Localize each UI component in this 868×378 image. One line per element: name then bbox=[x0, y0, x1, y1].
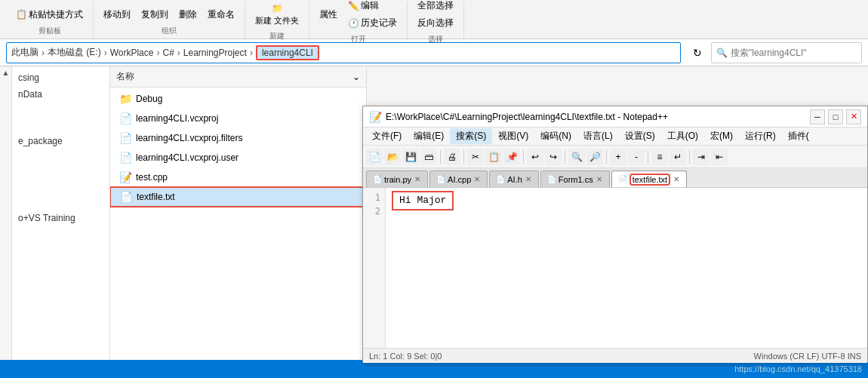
menu-plugin[interactable]: 插件( bbox=[782, 128, 815, 144]
search-input[interactable] bbox=[731, 48, 857, 58]
paste-shortcut-btn[interactable]: 📋 粘贴快捷方式 bbox=[12, 7, 87, 23]
minimize-btn[interactable]: ─ bbox=[810, 109, 825, 124]
new-file-btn[interactable]: 📄 bbox=[366, 149, 383, 165]
ribbon: 📋 粘贴快捷方式 剪贴板 移动到 复制到 删除 重命名 组织 📁 bbox=[0, 0, 868, 39]
tab-icon-train: 📄 bbox=[373, 175, 382, 183]
history-btn[interactable]: 🕐 历史记录 bbox=[344, 15, 401, 31]
nav-item-training[interactable]: o+VS Training bbox=[12, 210, 109, 226]
move-btn[interactable]: 移动到 bbox=[100, 7, 134, 23]
window-controls: ─ □ ✕ bbox=[810, 109, 861, 124]
history-icon: 🕐 bbox=[348, 18, 359, 29]
breadcrumb[interactable]: 此电脑 › 本地磁盘 (E:) › WorkPlace › C# › Learn… bbox=[6, 42, 681, 63]
menu-run[interactable]: 运行(R) bbox=[739, 128, 782, 144]
breadcrumb-project: LearningProject bbox=[183, 48, 247, 58]
tab-icon-textfile: 📄 bbox=[618, 175, 627, 183]
file-item-name: Debug bbox=[136, 94, 162, 104]
tab-close-ai-h[interactable]: ✕ bbox=[525, 175, 532, 183]
save-file-btn[interactable]: 💾 bbox=[402, 149, 419, 165]
zoom-in-btn[interactable]: + bbox=[610, 149, 626, 165]
select-all-btn[interactable]: 全部选择 bbox=[414, 0, 457, 14]
zoom-out-btn[interactable]: - bbox=[628, 149, 645, 165]
save-all-btn[interactable]: 🗃 bbox=[420, 149, 437, 165]
breadcrumb-csharp: C# bbox=[162, 48, 174, 58]
scroll-up-btn[interactable]: ▲ bbox=[0, 66, 12, 78]
tab-train-py[interactable]: 📄 train.py ✕ bbox=[366, 171, 428, 187]
tab-label-ai-h: AI.h bbox=[507, 175, 522, 184]
search-box[interactable]: 🔍 bbox=[711, 42, 862, 63]
menu-lang[interactable]: 语言(L) bbox=[577, 128, 619, 144]
txt-icon: 📄 bbox=[120, 191, 132, 203]
toolbar-sep-4 bbox=[565, 150, 565, 164]
file-item-test-cpp[interactable]: 📝 test.cpp bbox=[110, 167, 366, 187]
new-folder-btn[interactable]: 📁 新建 文件夹 bbox=[251, 2, 303, 28]
properties-btn[interactable]: 属性 bbox=[315, 7, 341, 23]
select-group: 全部选择 反向选择 选择 bbox=[408, 2, 464, 41]
edit-btn[interactable]: ✏️ 编辑 bbox=[344, 0, 401, 14]
menu-edit[interactable]: 编辑(E) bbox=[408, 128, 450, 144]
rename-btn[interactable]: 重命名 bbox=[204, 7, 239, 23]
notepad-toolbar: 📄 📂 💾 🗃 🖨 ✂ 📋 📌 ↩ ↪ 🔍 🔎 + - ≡ ↵ ⇥ ⇤ bbox=[363, 146, 867, 168]
tab-icon-form1: 📄 bbox=[547, 175, 556, 183]
vcxproj-icon: 📄 bbox=[119, 112, 131, 124]
file-item-vcxproj-user[interactable]: 📄 learning4CLI.vcxproj.user bbox=[110, 148, 366, 167]
menu-search[interactable]: 搜索(S) bbox=[450, 128, 492, 144]
file-item-debug[interactable]: 📁 Debug bbox=[110, 89, 366, 109]
redo-btn[interactable]: ↪ bbox=[545, 149, 562, 165]
tab-close-textfile[interactable]: ✕ bbox=[673, 175, 680, 183]
unindent-btn[interactable]: ⇤ bbox=[711, 149, 728, 165]
undo-btn[interactable]: ↩ bbox=[527, 149, 543, 165]
word-wrap-btn[interactable]: ↵ bbox=[669, 149, 686, 165]
indent-btn[interactable]: ⇥ bbox=[693, 149, 709, 165]
menu-settings[interactable]: 设置(S) bbox=[619, 128, 661, 144]
sort-icon: ⌄ bbox=[352, 72, 360, 82]
notepad-title: E:\WorkPlace\C#\LearningProject\learning… bbox=[386, 112, 805, 122]
tab-label-form1: Form1.cs bbox=[559, 175, 593, 184]
code-editor[interactable]: Hi Major bbox=[386, 188, 867, 348]
cut-btn[interactable]: ✂ bbox=[467, 149, 484, 165]
breadcrumb-sep-5: › bbox=[250, 48, 253, 58]
find-btn[interactable]: 🔍 bbox=[568, 149, 585, 165]
search-icon: 🔍 bbox=[716, 48, 728, 58]
new-label: 新建 bbox=[251, 31, 303, 41]
file-item-textfile[interactable]: 📄 textfile.txt bbox=[110, 187, 366, 207]
file-item-name: learning4CLI.vcxproj.filters bbox=[136, 133, 242, 143]
menu-file[interactable]: 文件(F) bbox=[366, 128, 408, 144]
tab-close-train[interactable]: ✕ bbox=[414, 175, 421, 183]
address-bar: 此电脑 › 本地磁盘 (E:) › WorkPlace › C# › Learn… bbox=[0, 39, 868, 66]
menu-encode[interactable]: 编码(N) bbox=[534, 128, 577, 144]
menu-macro[interactable]: 宏(M) bbox=[704, 128, 739, 144]
tab-form1-cs[interactable]: 📄 Form1.cs ✕ bbox=[540, 171, 610, 187]
copy-btn[interactable]: 复制到 bbox=[137, 7, 172, 23]
folder-icon: 📁 bbox=[119, 93, 131, 105]
close-btn[interactable]: ✕ bbox=[846, 109, 861, 124]
menu-tools[interactable]: 工具(O) bbox=[661, 128, 704, 144]
line-num-1: 1 bbox=[368, 191, 380, 204]
reverse-select-btn[interactable]: 反向选择 bbox=[414, 15, 457, 31]
file-item-vcxproj-filters[interactable]: 📄 learning4CLI.vcxproj.filters bbox=[110, 128, 366, 148]
print-btn[interactable]: 🖨 bbox=[444, 149, 460, 165]
toolbar-sep-6 bbox=[648, 150, 648, 164]
tab-close-form1[interactable]: ✕ bbox=[596, 175, 603, 183]
maximize-btn[interactable]: □ bbox=[828, 109, 843, 124]
nav-item-ndata[interactable]: nData bbox=[12, 86, 109, 103]
open-group: 属性 ✏️ 编辑 🕐 历史记录 打开 bbox=[309, 2, 408, 41]
tab-close-ai-cpp[interactable]: ✕ bbox=[473, 175, 481, 183]
copy-tool-btn[interactable]: 📋 bbox=[485, 149, 502, 165]
nav-item-package[interactable]: e_package bbox=[12, 133, 109, 149]
breadcrumb-sep-1: › bbox=[42, 48, 45, 58]
file-item-vcxproj[interactable]: 📄 learning4CLI.vcxproj bbox=[110, 109, 366, 128]
clipboard-label: 剪贴板 bbox=[12, 26, 87, 36]
tab-label-textfile: textfile.txt bbox=[629, 174, 670, 186]
open-file-btn[interactable]: 📂 bbox=[384, 149, 401, 165]
refresh-btn[interactable]: ↻ bbox=[687, 42, 708, 63]
tab-ai-cpp[interactable]: 📄 AI.cpp ✕ bbox=[429, 171, 488, 187]
find-replace-btn[interactable]: 🔎 bbox=[586, 149, 603, 165]
sync-scroll-btn[interactable]: ≡ bbox=[651, 149, 668, 165]
paste-tool-btn[interactable]: 📌 bbox=[503, 149, 520, 165]
delete-btn[interactable]: 删除 bbox=[175, 7, 201, 23]
tab-ai-h[interactable]: 📄 AI.h ✕ bbox=[489, 171, 539, 187]
file-item-name: learning4CLI.vcxproj bbox=[136, 113, 218, 124]
nav-item-csing[interactable]: csing bbox=[12, 69, 109, 86]
tab-textfile-txt[interactable]: 📄 textfile.txt ✕ bbox=[611, 171, 687, 187]
menu-view[interactable]: 视图(V) bbox=[492, 128, 534, 144]
